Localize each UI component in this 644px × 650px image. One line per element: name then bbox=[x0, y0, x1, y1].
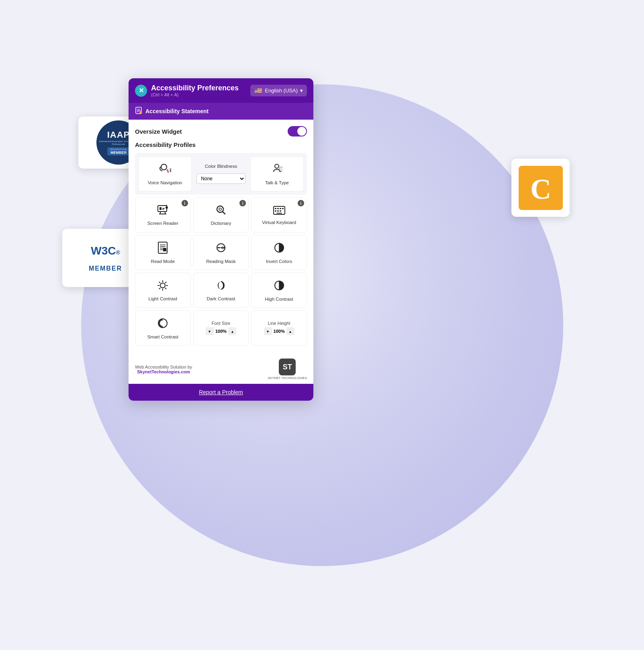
footer-credit: Web Accessibility Solution by SkynetTech… bbox=[135, 365, 192, 374]
read-mode-icon bbox=[157, 242, 168, 257]
virtual-keyboard-cell[interactable]: i Virtu bbox=[251, 197, 307, 232]
dictionary-cell[interactable]: i Dictionary bbox=[193, 197, 249, 232]
svg-line-48 bbox=[166, 288, 166, 289]
footer-logo: ST SKYNET TECHNOLOGIES bbox=[268, 359, 307, 380]
company-link[interactable]: SkynetTechnologies.com bbox=[137, 369, 190, 374]
invert-colors-cell[interactable]: Invert Colors bbox=[251, 235, 307, 270]
font-size-dec[interactable]: ▾ bbox=[206, 327, 214, 335]
svg-text:💬: 💬 bbox=[279, 166, 283, 172]
svg-point-8 bbox=[161, 164, 167, 170]
high-contrast-icon bbox=[273, 279, 285, 294]
high-contrast-label: High Contrast bbox=[265, 297, 293, 302]
line-height-value: 100% bbox=[274, 329, 285, 334]
profiles-title: Accessibility Profiles bbox=[135, 141, 307, 148]
svg-rect-26 bbox=[277, 208, 279, 209]
accessibility-statement-bar[interactable]: ♪ Accessibility Statement bbox=[129, 103, 313, 120]
screen-reader-cell[interactable]: i Scree bbox=[135, 197, 191, 232]
svg-text:📢: 📢 bbox=[166, 167, 171, 173]
light-contrast-cell[interactable]: Light Contrast bbox=[135, 273, 191, 308]
svg-point-42 bbox=[160, 283, 165, 288]
svg-rect-30 bbox=[277, 210, 279, 212]
line-height-dec[interactable]: ▾ bbox=[264, 327, 272, 335]
svg-text:C: C bbox=[530, 173, 551, 205]
accessibility-widget: ✕ Accessibility Preferences (Ctrl + Alt … bbox=[129, 78, 313, 401]
widget-header-left: ✕ Accessibility Preferences (Ctrl + Alt … bbox=[135, 84, 239, 97]
smart-contrast-cell[interactable]: Smart Contrast bbox=[135, 310, 191, 346]
w3c-logo: W3C® bbox=[91, 244, 120, 265]
line-height-cell[interactable]: Line Height ▾ 100% ▴ bbox=[251, 310, 307, 346]
voice-navigation-label: Voice Navigation bbox=[148, 180, 182, 185]
color-blindness-cell: Color Blindness None Protanopia Deuteran… bbox=[194, 156, 247, 192]
svg-rect-32 bbox=[276, 213, 282, 214]
font-size-inc[interactable]: ▴ bbox=[228, 327, 236, 335]
svg-rect-28 bbox=[282, 208, 284, 209]
page-wrapper: IAAP International Association of Access… bbox=[0, 0, 644, 650]
dictionary-icon bbox=[215, 204, 227, 218]
svg-rect-12 bbox=[158, 206, 167, 212]
credit-text: Web Accessibility Solution by bbox=[135, 365, 192, 369]
virtual-keyboard-label: Virtual Keyboard bbox=[262, 220, 296, 225]
dark-contrast-icon bbox=[215, 280, 227, 294]
screen-reader-label: Screen Reader bbox=[147, 221, 178, 226]
svg-text:♪: ♪ bbox=[140, 112, 141, 114]
high-contrast-cell[interactable]: High Contrast bbox=[251, 273, 307, 308]
voice-navigation-cell[interactable]: 📢 Voice Navigation bbox=[138, 156, 192, 192]
svg-rect-17 bbox=[162, 208, 165, 209]
member-label: MEMBER bbox=[110, 151, 127, 155]
line-height-inc[interactable]: ▴ bbox=[286, 327, 294, 335]
invert-colors-icon bbox=[273, 242, 285, 257]
screen-reader-icon bbox=[157, 204, 169, 218]
talk-type-label: Talk & Type bbox=[265, 180, 289, 185]
oversize-toggle[interactable] bbox=[288, 126, 307, 137]
smart-contrast-label: Smart Contrast bbox=[147, 334, 178, 339]
statement-label: Accessibility Statement bbox=[145, 108, 209, 114]
light-contrast-icon bbox=[157, 280, 168, 294]
svg-point-10 bbox=[275, 164, 279, 168]
color-blindness-select[interactable]: None Protanopia Deuteranopia Tritanopia bbox=[196, 173, 245, 184]
widget-body: Oversize Widget Accessibility Profiles 📢 bbox=[129, 120, 313, 355]
iaap-title: IAAP bbox=[107, 130, 130, 140]
dark-contrast-label: Dark Contrast bbox=[207, 296, 235, 301]
st-logo-text: SKYNET TECHNOLOGIES bbox=[268, 376, 307, 380]
virtual-keyboard-info[interactable]: i bbox=[298, 200, 304, 206]
font-size-cell[interactable]: Font Size ▾ 100% ▴ bbox=[193, 310, 249, 346]
dark-contrast-cell[interactable]: Dark Contrast bbox=[193, 273, 249, 308]
svg-rect-18 bbox=[162, 209, 164, 210]
read-mode-cell[interactable]: Read Mode bbox=[135, 235, 191, 270]
smart-contrast-icon bbox=[157, 317, 169, 332]
widget-main-title: Accessibility Preferences bbox=[151, 84, 239, 92]
close-button[interactable]: ✕ bbox=[135, 85, 147, 97]
invert-colors-label: Invert Colors bbox=[266, 259, 292, 264]
svg-rect-27 bbox=[280, 208, 281, 209]
voice-navigation-icon: 📢 bbox=[159, 163, 171, 178]
st-logo-badge: ST SKYNET TECHNOLOGIES bbox=[268, 359, 307, 380]
read-mode-label: Read Mode bbox=[151, 259, 175, 264]
widget-title-block: Accessibility Preferences (Ctrl + Alt + … bbox=[151, 84, 239, 97]
svg-rect-38 bbox=[163, 248, 166, 251]
flag-icon: 🇺🇸 bbox=[254, 87, 262, 94]
line-height-controls: ▾ 100% ▴ bbox=[264, 327, 294, 335]
talk-type-cell[interactable]: 💬 Talk & Type bbox=[250, 156, 304, 192]
svg-point-19 bbox=[166, 206, 168, 209]
report-problem-button[interactable]: Report a Problem bbox=[199, 389, 243, 395]
oversize-row: Oversize Widget bbox=[135, 126, 307, 137]
orange-c-letter: C bbox=[519, 166, 563, 210]
svg-line-50 bbox=[159, 288, 160, 289]
virtual-keyboard-icon bbox=[273, 205, 285, 218]
dictionary-info[interactable]: i bbox=[239, 200, 246, 206]
language-selector[interactable]: 🇺🇸 English (USA) ▾ bbox=[250, 85, 307, 96]
language-label: English (USA) bbox=[265, 88, 298, 94]
svg-rect-25 bbox=[275, 208, 276, 209]
statement-icon: ♪ bbox=[135, 107, 142, 116]
svg-rect-29 bbox=[275, 210, 276, 212]
widget-footer: Web Accessibility Solution by SkynetTech… bbox=[129, 355, 313, 384]
screen-reader-info[interactable]: i bbox=[182, 200, 188, 206]
svg-rect-31 bbox=[280, 210, 281, 212]
color-blindness-label: Color Blindness bbox=[205, 164, 237, 169]
reading-mask-cell[interactable]: Reading Mask bbox=[193, 235, 249, 270]
light-contrast-label: Light Contrast bbox=[149, 296, 178, 301]
talk-type-icon: 💬 bbox=[271, 163, 283, 178]
report-bar[interactable]: Report a Problem bbox=[129, 384, 313, 401]
widget-header: ✕ Accessibility Preferences (Ctrl + Alt … bbox=[129, 78, 313, 103]
svg-point-22 bbox=[219, 208, 221, 210]
